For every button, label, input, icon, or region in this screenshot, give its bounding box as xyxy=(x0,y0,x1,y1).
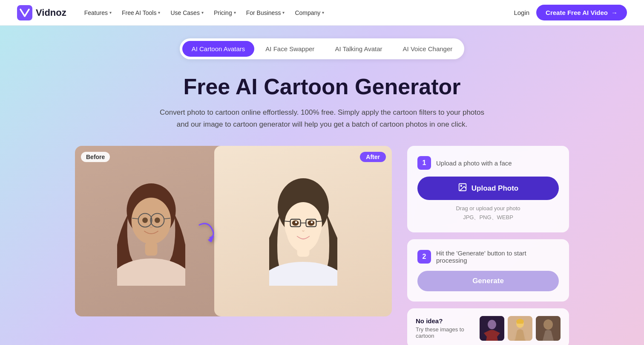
svg-rect-23 xyxy=(297,245,309,257)
nav-right: Login Create Free AI Video → xyxy=(514,5,627,20)
content-area: Before xyxy=(75,146,569,345)
chevron-icon: ▾ xyxy=(109,10,112,15)
tab-ai-cartoon-avatars[interactable]: AI Cartoon Avatars xyxy=(182,41,255,57)
chevron-icon: ▾ xyxy=(322,10,324,15)
upload-hint: Drag or upload your photo JPG、PNG、WEBP xyxy=(417,204,559,222)
nav-for-business[interactable]: For Business ▾ xyxy=(242,7,289,19)
transformation-arrow xyxy=(195,217,221,246)
svg-point-27 xyxy=(488,320,496,329)
nav-links: Features ▾ Free AI Tools ▾ Use Cases ▾ P… xyxy=(80,7,514,19)
tab-ai-talking-avatar[interactable]: AI Talking Avatar xyxy=(325,41,391,57)
step1-card: 1 Upload a photo with a face Upload Phot… xyxy=(407,146,569,232)
generate-button[interactable]: Generate xyxy=(417,271,559,291)
arrow-right-icon: → xyxy=(611,9,618,16)
svg-rect-3 xyxy=(145,242,157,256)
step1-header: 1 Upload a photo with a face xyxy=(417,156,559,170)
svg-point-2 xyxy=(131,198,171,244)
svg-point-22 xyxy=(310,221,313,223)
after-panel: After xyxy=(214,146,392,316)
before-after-display: Before xyxy=(75,146,392,316)
chevron-icon: ▾ xyxy=(158,10,160,15)
no-idea-text: No idea? Try these images to cartoon xyxy=(416,317,473,339)
chevron-icon: ▾ xyxy=(282,10,285,15)
nav-features[interactable]: Features ▾ xyxy=(80,7,116,19)
nav-use-cases[interactable]: Use Cases ▾ xyxy=(166,7,207,19)
svg-rect-0 xyxy=(17,5,32,20)
no-idea-subtitle: Try these images to cartoon xyxy=(416,326,473,339)
create-free-ai-video-button[interactable]: Create Free AI Video → xyxy=(536,5,627,20)
upload-photo-button[interactable]: Upload Photo xyxy=(417,177,559,200)
step2-description: Hit the 'Generate' button to start proce… xyxy=(436,249,559,264)
after-face-image xyxy=(214,146,392,316)
svg-point-9 xyxy=(142,217,148,223)
sample-image-3[interactable] xyxy=(536,316,561,341)
nav-company[interactable]: Company ▾ xyxy=(290,7,328,19)
svg-point-25 xyxy=(460,186,462,187)
step2-header: 2 Hit the 'Generate' button to start pro… xyxy=(417,249,559,264)
right-panel: 1 Upload a photo with a face Upload Phot… xyxy=(407,146,569,345)
after-label: After xyxy=(360,152,386,162)
logo[interactable]: Vidnoz xyxy=(17,5,66,20)
svg-point-10 xyxy=(155,217,160,223)
hero-section: AI Cartoon Avatars AI Face Swapper AI Ta… xyxy=(0,26,644,345)
chevron-icon: ▾ xyxy=(201,10,204,15)
step1-number: 1 xyxy=(417,156,431,170)
page-title: Free AI Cartoon Generator xyxy=(183,75,460,99)
tabs-container: AI Cartoon Avatars AI Face Swapper AI Ta… xyxy=(180,38,465,59)
tab-ai-face-swapper[interactable]: AI Face Swapper xyxy=(256,41,324,57)
step2-number: 2 xyxy=(417,250,431,264)
before-label: Before xyxy=(81,152,110,162)
sample-image-2[interactable] xyxy=(508,316,532,341)
nav-free-tools[interactable]: Free AI Tools ▾ xyxy=(118,7,164,19)
sample-image-1[interactable] xyxy=(480,316,504,341)
no-idea-card: No idea? Try these images to cartoon xyxy=(407,308,569,345)
nav-pricing[interactable]: Pricing ▾ xyxy=(210,7,240,19)
logo-text: Vidnoz xyxy=(36,7,66,18)
tab-ai-voice-changer[interactable]: AI Voice Changer xyxy=(394,41,462,57)
step2-card: 2 Hit the 'Generate' button to start pro… xyxy=(407,239,569,302)
sample-images xyxy=(480,316,561,341)
navbar: Vidnoz Features ▾ Free AI Tools ▾ Use Ca… xyxy=(0,0,644,26)
no-idea-title: No idea? xyxy=(416,317,473,325)
step1-description: Upload a photo with a face xyxy=(436,159,512,167)
svg-point-31 xyxy=(543,319,553,330)
upload-icon xyxy=(458,183,467,194)
svg-point-21 xyxy=(295,221,297,223)
chevron-icon: ▾ xyxy=(234,10,236,15)
login-button[interactable]: Login xyxy=(514,9,529,16)
page-subtitle: Convert photo to cartoon online effortle… xyxy=(156,107,488,130)
